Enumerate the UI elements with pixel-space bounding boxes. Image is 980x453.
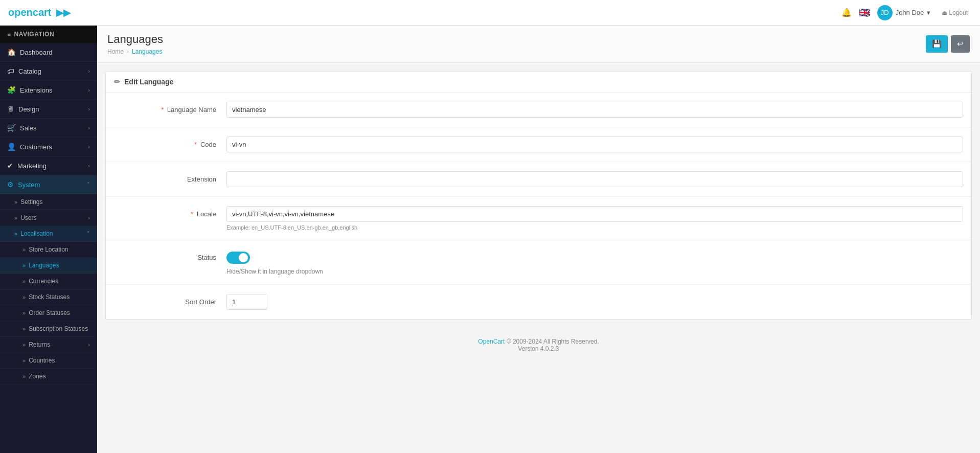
locale-row: * Locale Example: en_US.UTF-8,en_US,en-g… [106, 197, 971, 240]
sidebar-item-store-location[interactable]: » Store Location [0, 242, 97, 258]
marketing-label: Marketing [17, 162, 47, 170]
design-label-group: 🖥 Design [7, 105, 39, 113]
returns-label: Returns [29, 341, 50, 348]
sidebar-item-settings[interactable]: » Settings [0, 194, 97, 210]
sales-icon: 🛒 [7, 124, 16, 132]
page-header: Languages Home › Languages 💾 ↩ [97, 26, 980, 63]
zones-label: Zones [29, 373, 45, 380]
sidebar-item-zones[interactable]: » Zones [0, 369, 97, 384]
subscription-statuses-label: Subscription Statuses [29, 325, 88, 332]
subscription-statuses-arrow-icon: » [22, 326, 26, 332]
customers-label: Customers [20, 143, 52, 151]
app-layout: ≡ ≡ NAVIGATION NAVIGATION 🏠 Dashboard 🏷 … [0, 26, 980, 453]
header-actions: 💾 ↩ [926, 35, 970, 53]
design-chevron-icon: › [88, 106, 90, 112]
sidebar-item-marketing[interactable]: ✔ Marketing › [0, 156, 97, 175]
design-label: Design [18, 105, 39, 113]
sidebar-item-extensions[interactable]: 🧩 Extensions › [0, 81, 97, 100]
users-chevron-icon: › [88, 215, 90, 221]
sidebar-item-stock-statuses[interactable]: » Stock Statuses [0, 289, 97, 305]
breadcrumb: Home › Languages [107, 48, 163, 55]
notifications-bell-icon[interactable]: 🔔 [841, 8, 852, 17]
sales-chevron-icon: › [88, 125, 90, 131]
extension-row: Extension [106, 162, 971, 197]
languages-label: Languages [29, 262, 59, 269]
required-star-code: * [194, 141, 197, 148]
page-footer: OpenCart © 2009-2024 All Rights Reserved… [97, 328, 980, 363]
language-name-label: * Language Name [114, 102, 226, 114]
back-button[interactable]: ↩ [951, 35, 970, 53]
save-icon: 💾 [932, 39, 942, 48]
code-control [226, 137, 963, 152]
sidebar-item-returns[interactable]: » Returns › [0, 337, 97, 353]
sidebar-item-dashboard[interactable]: 🏠 Dashboard [0, 43, 97, 62]
sidebar-item-order-statuses[interactable]: » Order Statuses [0, 305, 97, 321]
required-star: * [161, 106, 164, 114]
catalog-label-group: 🏷 Catalog [7, 67, 41, 75]
languages-arrow-icon: » [22, 262, 26, 268]
extensions-label-group: 🧩 Extensions [7, 86, 53, 94]
locale-input[interactable] [226, 206, 963, 222]
page-title: Languages [107, 33, 163, 46]
order-statuses-arrow-icon: » [22, 310, 26, 316]
system-icon: ⚙ [7, 180, 14, 189]
logout-button[interactable]: ⏏ Logout [938, 7, 972, 18]
language-name-input[interactable] [226, 102, 963, 118]
back-icon: ↩ [957, 39, 964, 48]
navbar-right: 🔔 🇬🇧 JD John Doe ▾ ⏏ Logout [841, 5, 972, 20]
returns-arrow-icon: » [22, 342, 26, 348]
opencart-logo: opencart ▶▶ [8, 7, 71, 18]
slider [226, 252, 250, 264]
user-caret-icon: ▾ [927, 9, 930, 16]
main-content: Languages Home › Languages 💾 ↩ ✏ Ed [97, 26, 980, 453]
status-toggle[interactable] [226, 252, 250, 264]
locale-control: Example: en_US.UTF-8,en_US,en-gb,en_gb,e… [226, 206, 963, 231]
code-input[interactable] [226, 137, 963, 152]
sales-label-group: 🛒 Sales [7, 124, 37, 132]
breadcrumb-sep: › [127, 48, 129, 55]
marketing-icon: ✔ [7, 162, 13, 170]
sidebar-item-languages[interactable]: » Languages [0, 258, 97, 274]
extension-input[interactable] [226, 171, 963, 187]
store-location-arrow-icon: » [22, 246, 26, 253]
user-menu[interactable]: JD John Doe ▾ [877, 5, 931, 20]
stock-statuses-arrow-icon: » [22, 294, 26, 300]
sidebar-item-users[interactable]: » Users › [0, 210, 97, 226]
countries-label: Countries [29, 357, 55, 364]
footer-brand-link[interactable]: OpenCart [478, 338, 505, 345]
language-flag-icon[interactable]: 🇬🇧 [859, 7, 870, 18]
design-icon: 🖥 [7, 105, 14, 113]
language-name-control [226, 102, 963, 118]
sidebar-item-subscription-statuses[interactable]: » Subscription Statuses [0, 321, 97, 337]
catalog-label: Catalog [18, 67, 41, 75]
users-arrow-icon: » [14, 215, 17, 221]
locale-hint: Example: en_US.UTF-8,en_US,en-gb,en_gb,e… [226, 224, 963, 231]
marketing-chevron-icon: › [88, 163, 90, 169]
status-label: Status [114, 250, 226, 261]
sidebar-item-sales[interactable]: 🛒 Sales › [0, 119, 97, 138]
save-button[interactable]: 💾 [926, 35, 948, 53]
sort-order-input[interactable] [226, 294, 267, 310]
countries-arrow-icon: » [22, 357, 26, 364]
breadcrumb-home[interactable]: Home [107, 48, 124, 55]
sidebar-item-system[interactable]: ⚙ System ˅ [0, 175, 97, 194]
form-card-header: ✏ Edit Language [106, 72, 971, 93]
edit-language-form: ✏ Edit Language * Language Name * Code [105, 71, 972, 320]
settings-label: Settings [20, 198, 42, 206]
sidebar-item-localisation[interactable]: » Localisation ˅ [0, 226, 97, 242]
edit-pencil-icon: ✏ [114, 78, 120, 86]
localisation-chevron-icon: ˅ [87, 231, 90, 237]
sidebar-item-currencies[interactable]: » Currencies [0, 274, 97, 289]
sidebar-item-catalog[interactable]: 🏷 Catalog › [0, 62, 97, 81]
sales-label: Sales [20, 124, 37, 132]
extensions-icon: 🧩 [7, 86, 16, 94]
sidebar-item-customers[interactable]: 👤 Customers › [0, 138, 97, 156]
sidebar-item-countries[interactable]: » Countries [0, 353, 97, 369]
sidebar-item-design[interactable]: 🖥 Design › [0, 100, 97, 119]
returns-chevron-icon: › [88, 342, 90, 348]
customers-icon: 👤 [7, 143, 16, 151]
system-chevron-icon: ˅ [87, 182, 90, 188]
status-hint: Hide/Show it in language dropdown [226, 268, 963, 275]
store-location-label: Store Location [29, 246, 68, 253]
top-navbar: opencart ▶▶ 🔔 🇬🇧 JD John Doe ▾ ⏏ Logout [0, 0, 980, 26]
